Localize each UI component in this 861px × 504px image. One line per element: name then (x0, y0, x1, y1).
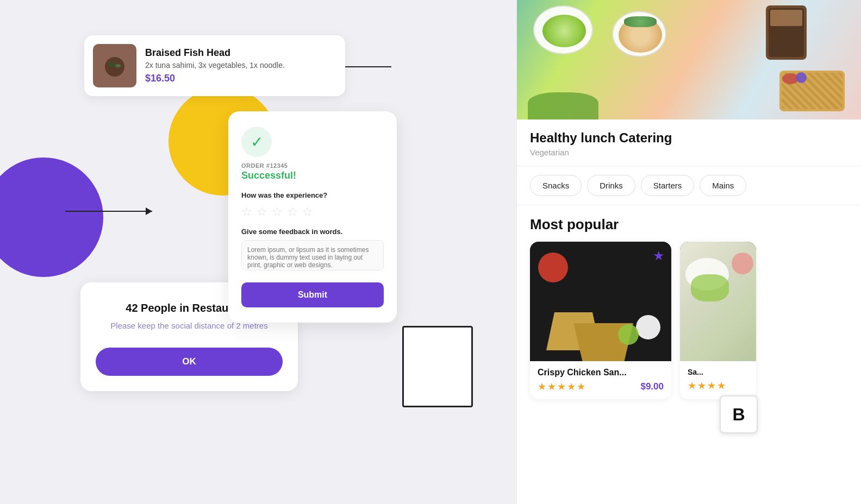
restaurant-hero-image (517, 0, 861, 119)
rectangle-outline-decoration (402, 326, 473, 407)
hero-bowl-1 (533, 5, 593, 54)
menu-items-grid: ★ Crispy Chicken San... ★ ★ ★ ★ ★ $9.00 (530, 242, 848, 399)
crispy-chicken-price: $9.00 (640, 381, 664, 392)
crispy-chicken-image: ★ (530, 242, 671, 361)
order-success-text: Successful! (241, 170, 296, 181)
check-circle: ✓ (241, 127, 272, 157)
salad-star-2: ★ (697, 380, 706, 392)
salad-image-partial (680, 242, 756, 361)
star-badge: ★ (653, 248, 665, 263)
ok-button[interactable]: OK (96, 348, 283, 376)
section-title: Most popular (530, 216, 848, 233)
food-card-name: Braised Fish Head (145, 47, 285, 59)
experience-question: How was the experience? (241, 191, 384, 199)
rating-star-4: ★ (567, 381, 576, 393)
category-pills-row: Snacks Drinks Starters Mains (517, 166, 861, 205)
arrow-right-icon (65, 211, 152, 212)
hero-coffee (766, 5, 807, 60)
salad-name-partial: Sa... (688, 368, 748, 376)
crispy-chicken-stars: ★ ★ ★ ★ ★ (538, 381, 585, 393)
feedback-label: Give some feedback in words. (241, 228, 384, 236)
restaurant-name: Healthy lunch Catering (530, 130, 848, 146)
check-icon: ✓ (251, 133, 263, 151)
crispy-chicken-name: Crispy Chicken San... (538, 368, 664, 377)
category-pill-mains[interactable]: Mains (700, 175, 746, 196)
crispy-chicken-info: Crispy Chicken San... ★ ★ ★ ★ ★ $9.00 (530, 361, 671, 399)
star-3[interactable]: ☆ (272, 205, 283, 219)
hero-waffle (779, 71, 845, 111)
salad-info-partial: Sa... ★ ★ ★ ★ (680, 361, 756, 398)
menu-item-salad-partial[interactable]: Sa... ★ ★ ★ ★ (680, 242, 756, 399)
most-popular-section: Most popular ★ Crispy Chicken San... (517, 205, 861, 399)
salad-bottom-partial: ★ ★ ★ ★ (688, 380, 748, 392)
order-modal-header: ✓ ORDER #12345 Successful! (241, 127, 384, 181)
category-pill-drinks[interactable]: Drinks (587, 175, 635, 196)
category-pill-snacks[interactable]: Snacks (530, 175, 582, 196)
salad-star-3: ★ (707, 380, 716, 392)
star-1[interactable]: ☆ (241, 205, 252, 219)
star-2[interactable]: ☆ (257, 205, 267, 219)
menu-item-crispy-chicken[interactable]: ★ Crispy Chicken San... ★ ★ ★ ★ ★ $9.00 (530, 242, 671, 399)
food-card-image (93, 44, 136, 87)
salad-star-1: ★ (688, 380, 696, 392)
food-item-card: Braised Fish Head 2x tuna sahimi, 3x veg… (84, 35, 345, 96)
salad-star-4: ★ (717, 380, 726, 392)
purple-circle-decoration (0, 158, 103, 277)
svg-point-2 (108, 62, 115, 67)
star-5[interactable]: ☆ (302, 205, 313, 219)
rating-star-1: ★ (538, 381, 546, 393)
salad-stars: ★ ★ ★ ★ (688, 380, 726, 392)
order-success-modal: ✓ ORDER #12345 Successful! How was the e… (228, 111, 397, 323)
food-card-description: 2x tuna sahimi, 3x vegetables, 1x noodle… (145, 61, 285, 70)
crispy-chicken-bottom: ★ ★ ★ ★ ★ $9.00 (538, 381, 664, 393)
left-panel: Braised Fish Head 2x tuna sahimi, 3x veg… (0, 0, 511, 504)
svg-point-3 (115, 64, 121, 67)
arrow-left-icon (337, 66, 391, 67)
b-logo-watermark: B (720, 395, 758, 433)
hero-greens (528, 92, 598, 119)
rating-star-2: ★ (547, 381, 556, 393)
rating-star-3: ★ (557, 381, 566, 393)
food-card-price: $16.50 (145, 73, 285, 84)
svg-point-1 (105, 57, 124, 77)
submit-button[interactable]: Submit (241, 282, 384, 307)
feedback-textarea[interactable] (241, 240, 384, 270)
rating-star-5: ★ (577, 381, 585, 393)
food-card-info: Braised Fish Head 2x tuna sahimi, 3x veg… (145, 47, 285, 84)
restaurant-category: Vegetarian (530, 148, 848, 157)
star-rating-row[interactable]: ☆ ☆ ☆ ☆ ☆ (241, 205, 384, 219)
hero-bowl-2 (612, 11, 666, 57)
star-4[interactable]: ☆ (287, 205, 298, 219)
restaurant-info: Healthy lunch Catering Vegetarian (517, 119, 861, 166)
category-pill-starters[interactable]: Starters (641, 175, 695, 196)
order-number: ORDER #12345 (241, 162, 288, 169)
right-panel: Healthy lunch Catering Vegetarian Snacks… (516, 0, 861, 504)
